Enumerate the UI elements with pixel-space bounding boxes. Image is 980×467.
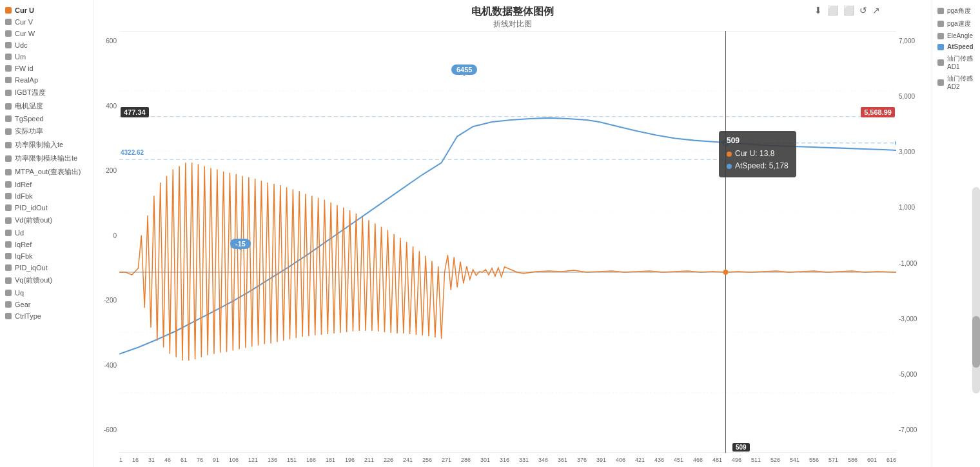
legend-dot-power-limit-in (5, 142, 12, 148)
legend-label-real-power: 实际功率 (15, 126, 43, 136)
y-axis-left-label: -200 (104, 297, 117, 304)
legend-item-tgspeed[interactable]: TgSpeed (3, 114, 90, 124)
legend-label-fw-id: FW id (15, 65, 34, 72)
legend-item-real-power[interactable]: 实际功率 (3, 125, 90, 137)
legend-label-id-fbk: IdFbk (15, 192, 33, 200)
legend-dot-realap (5, 77, 12, 83)
x-axis-label: 16 (132, 457, 139, 463)
x-axis-label: 241 (403, 457, 413, 463)
legend-label-cur-u: Cur U (15, 6, 34, 14)
legend-item-id-ref[interactable]: IdRef (3, 179, 90, 190)
legend-dot-cur-u (5, 7, 12, 14)
legend-item-cur-u[interactable]: Cur U (3, 5, 90, 15)
right-legend-item-pga-angle[interactable]: pga角度 (935, 5, 977, 17)
x-axis-label: 496 (732, 457, 741, 463)
legend-label-um: Um (15, 53, 26, 61)
y-axis-right-label: 5,000 (899, 93, 915, 100)
legend-item-power-limit-in[interactable]: 功率限制输入te (3, 139, 90, 151)
x-axis-label: 1 (119, 457, 122, 463)
x-axis-label: 91 (213, 457, 219, 463)
legend-dot-uq (5, 290, 12, 296)
left-value-label: 477.34 (121, 107, 149, 117)
right-legend-dot-ele-angle (937, 33, 944, 39)
right-legend-item-oil-ad2[interactable]: 油门传感AD2 (935, 73, 977, 92)
x-axis-label: 166 (306, 457, 316, 463)
refresh-icon[interactable]: ↺ (859, 5, 867, 15)
chart-title: 电机数据整体图例 (93, 5, 932, 19)
legend-item-iq-ref[interactable]: IqRef (3, 239, 90, 250)
y-axis-right-label: -1,000 (899, 260, 917, 267)
legend-label-iq-ref: IqRef (15, 241, 32, 248)
x-axis-label: 361 (558, 457, 567, 463)
x-axis-label: 601 (867, 457, 877, 463)
legend-label-power-limit-out: 功率限制模块输出te (15, 154, 77, 163)
legend-dot-cur-w (5, 30, 12, 37)
right-legend-item-pga-speed[interactable]: pga速度 (935, 18, 977, 30)
legend-item-cur-v[interactable]: Cur V (3, 17, 90, 27)
legend-item-realap[interactable]: RealAp (3, 75, 90, 85)
x-axis-label: 61 (181, 457, 187, 463)
y-axis-right-label: -5,000 (899, 371, 917, 378)
legend-dot-um (5, 54, 12, 60)
legend-dot-fw-id (5, 65, 12, 72)
legend-item-motor-temp[interactable]: 电机温度 (3, 100, 90, 112)
chart-area: ⬇ ⬜ ⬜ ↺ ↗ 电机数据整体图例 折线对比图 6004002000-200-… (93, 0, 932, 467)
right-legend-item-ele-angle[interactable]: EleAngle (935, 31, 977, 41)
legend-item-udc[interactable]: Udc (3, 40, 90, 50)
legend-label-realap: RealAp (15, 76, 38, 84)
chart-canvas[interactable]: 477.34 4322.62 5,568.99 6455 -15 509 Cur… (119, 31, 896, 453)
x-cursor-label: 509 (732, 443, 750, 452)
download-icon[interactable]: ⬇ (814, 5, 822, 15)
legend-item-ud[interactable]: Ud (3, 228, 90, 238)
legend-item-vq-out[interactable]: Vq(前馈out) (3, 274, 90, 286)
right-legend-dot-oil-ad2 (937, 79, 944, 86)
right-legend-dot-at-speed (937, 44, 944, 50)
legend-item-mtpa-out[interactable]: MTPA_out(查表输出) (3, 166, 90, 178)
window-icon1[interactable]: ⬜ (827, 5, 838, 15)
x-axis-label: 211 (364, 457, 374, 463)
legend-dot-vq-out (5, 277, 12, 284)
legend-dot-motor-temp (5, 103, 12, 110)
legend-item-ctrl-type[interactable]: CtrlType (3, 311, 90, 321)
legend-dot-ctrl-type (5, 313, 12, 319)
legend-item-fw-id[interactable]: FW id (3, 63, 90, 74)
legend-dot-udc (5, 42, 12, 48)
right-legend-item-at-speed[interactable]: AtSpeed (935, 42, 977, 52)
legend-item-id-fbk[interactable]: IdFbk (3, 191, 90, 201)
legend-item-power-limit-out[interactable]: 功率限制模块输出te (3, 152, 90, 164)
x-axis-label: 616 (887, 457, 896, 463)
legend-label-ud: Ud (15, 229, 24, 237)
right-legend-item-oil-ad1[interactable]: 油门传感AD1 (935, 53, 977, 72)
legend-label-iq-fbk: IqFbk (15, 252, 33, 260)
right-legend-dot-pga-speed (937, 21, 944, 27)
y-axis-right-label: 1,000 (899, 204, 915, 211)
legend-item-um[interactable]: Um (3, 52, 90, 62)
right-legend-label-oil-ad2: 油门传感AD2 (947, 74, 975, 90)
x-axis-label: 406 (616, 457, 625, 463)
x-axis-label: 556 (809, 457, 819, 463)
chart-subtitle: 折线对比图 (93, 19, 932, 30)
y-axis-left: 6004002000-200-400-600 (93, 31, 119, 453)
y-axis-left-label: 400 (106, 103, 117, 110)
y-axis-right: 7,0005,0003,0001,000-1,000-3,000-5,000-7… (896, 31, 932, 453)
legend-item-pid-iq-out[interactable]: PID_iqOut (3, 263, 90, 273)
legend-dot-id-ref (5, 181, 12, 188)
left-value-label2: 4322.62 (121, 149, 144, 156)
legend-label-tgspeed: TgSpeed (15, 115, 44, 123)
expand-icon[interactable]: ↗ (872, 5, 880, 15)
window-icon2[interactable]: ⬜ (843, 5, 854, 15)
legend-item-uq[interactable]: Uq (3, 288, 90, 298)
legend-dot-vd-out (5, 217, 12, 224)
legend-item-gear[interactable]: Gear (3, 299, 90, 310)
legend-item-cur-w[interactable]: Cur W (3, 28, 90, 39)
legend-item-iq-fbk[interactable]: IqFbk (3, 251, 90, 261)
x-axis-label: 481 (712, 457, 722, 463)
legend-dot-tgspeed (5, 115, 12, 122)
legend-label-ctrl-type: CtrlType (15, 312, 41, 320)
legend-item-pid-id-out[interactable]: PID_idOut (3, 203, 90, 213)
legend-item-igbt-temp[interactable]: IGBT温度 (3, 86, 90, 99)
legend-item-vd-out[interactable]: Vd(前馈out) (3, 214, 90, 226)
legend-dot-gear (5, 301, 12, 308)
y-axis-left-label: 600 (106, 37, 117, 45)
x-axis-label: 196 (345, 457, 355, 463)
